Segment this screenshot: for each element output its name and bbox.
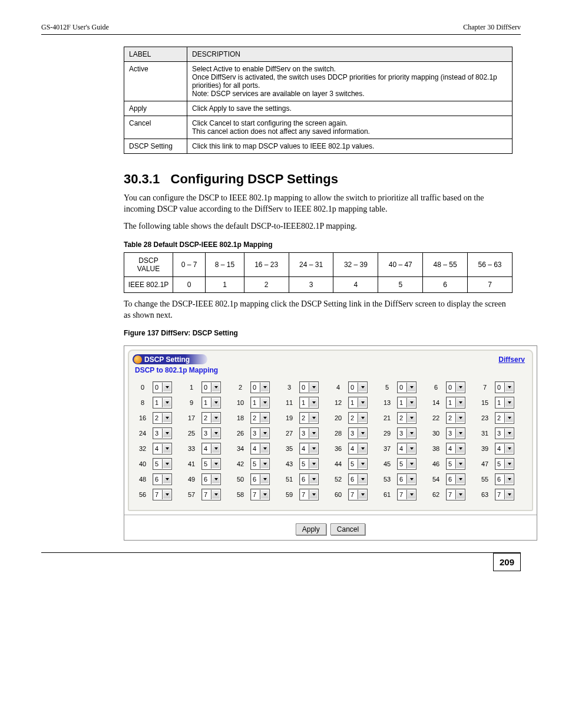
chevron-down-icon[interactable] [309,413,318,423]
chevron-down-icon[interactable] [406,490,416,499]
priority-dropdown[interactable]: 4 [348,443,368,454]
priority-dropdown[interactable]: 0 [153,381,172,393]
chevron-down-icon[interactable] [260,429,269,438]
priority-dropdown[interactable]: 3 [446,427,465,439]
priority-dropdown[interactable]: 1 [348,397,368,409]
chevron-down-icon[interactable] [406,429,416,438]
priority-dropdown[interactable]: 2 [446,412,465,424]
chevron-down-icon[interactable] [504,444,514,453]
priority-dropdown[interactable]: 3 [348,427,368,439]
priority-dropdown[interactable]: 2 [397,412,416,424]
chevron-down-icon[interactable] [406,413,416,423]
chevron-down-icon[interactable] [406,475,416,484]
diffserv-link[interactable]: Diffserv [498,355,525,364]
chevron-down-icon[interactable] [504,429,514,438]
chevron-down-icon[interactable] [358,490,367,499]
priority-dropdown[interactable]: 5 [250,458,270,470]
chevron-down-icon[interactable] [211,475,220,484]
priority-dropdown[interactable]: 5 [495,458,514,470]
priority-dropdown[interactable]: 1 [446,397,465,409]
priority-dropdown[interactable]: 6 [201,473,221,485]
priority-dropdown[interactable]: 5 [153,458,172,470]
chevron-down-icon[interactable] [406,383,416,392]
chevron-down-icon[interactable] [455,413,465,423]
chevron-down-icon[interactable] [309,429,318,438]
chevron-down-icon[interactable] [211,413,220,423]
priority-dropdown[interactable]: 4 [397,443,416,454]
chevron-down-icon[interactable] [260,490,269,499]
chevron-down-icon[interactable] [260,459,269,469]
priority-dropdown[interactable]: 2 [153,412,172,424]
priority-dropdown[interactable]: 4 [250,443,270,454]
chevron-down-icon[interactable] [309,459,318,469]
priority-dropdown[interactable]: 5 [201,458,221,470]
chevron-down-icon[interactable] [406,444,416,453]
priority-dropdown[interactable]: 1 [153,397,172,409]
chevron-down-icon[interactable] [358,444,367,453]
chevron-down-icon[interactable] [358,459,367,469]
chevron-down-icon[interactable] [162,490,171,499]
priority-dropdown[interactable]: 4 [495,443,514,454]
priority-dropdown[interactable]: 6 [446,473,465,485]
chevron-down-icon[interactable] [455,490,465,499]
priority-dropdown[interactable]: 5 [397,458,416,470]
chevron-down-icon[interactable] [260,475,269,484]
chevron-down-icon[interactable] [455,429,465,438]
chevron-down-icon[interactable] [162,413,171,423]
priority-dropdown[interactable]: 1 [495,397,514,409]
priority-dropdown[interactable]: 2 [348,412,368,424]
priority-dropdown[interactable]: 5 [299,458,319,470]
chevron-down-icon[interactable] [162,444,171,453]
priority-dropdown[interactable]: 1 [299,397,319,409]
chevron-down-icon[interactable] [358,429,367,438]
priority-dropdown[interactable]: 3 [153,427,172,439]
priority-dropdown[interactable]: 1 [397,397,416,409]
chevron-down-icon[interactable] [406,398,416,407]
priority-dropdown[interactable]: 6 [495,473,514,485]
priority-dropdown[interactable]: 6 [153,473,172,485]
priority-dropdown[interactable]: 1 [201,397,221,409]
chevron-down-icon[interactable] [309,490,318,499]
chevron-down-icon[interactable] [309,444,318,453]
chevron-down-icon[interactable] [455,444,465,453]
chevron-down-icon[interactable] [162,383,171,392]
chevron-down-icon[interactable] [260,383,269,392]
chevron-down-icon[interactable] [211,429,220,438]
chevron-down-icon[interactable] [358,383,367,392]
priority-dropdown[interactable]: 0 [446,381,465,393]
priority-dropdown[interactable]: 6 [348,473,368,485]
priority-dropdown[interactable]: 3 [397,427,416,439]
priority-dropdown[interactable]: 2 [250,412,270,424]
chevron-down-icon[interactable] [455,475,465,484]
priority-dropdown[interactable]: 2 [299,412,319,424]
priority-dropdown[interactable]: 5 [348,458,368,470]
priority-dropdown[interactable]: 2 [201,412,221,424]
chevron-down-icon[interactable] [358,398,367,407]
chevron-down-icon[interactable] [309,383,318,392]
chevron-down-icon[interactable] [455,459,465,469]
priority-dropdown[interactable]: 4 [446,443,465,454]
priority-dropdown[interactable]: 0 [495,381,514,393]
priority-dropdown[interactable]: 6 [299,473,319,485]
priority-dropdown[interactable]: 3 [299,427,319,439]
chevron-down-icon[interactable] [455,383,465,392]
chevron-down-icon[interactable] [260,444,269,453]
priority-dropdown[interactable]: 7 [153,489,172,500]
chevron-down-icon[interactable] [260,398,269,407]
chevron-down-icon[interactable] [504,490,514,499]
chevron-down-icon[interactable] [162,475,171,484]
priority-dropdown[interactable]: 7 [201,489,221,500]
chevron-down-icon[interactable] [260,413,269,423]
chevron-down-icon[interactable] [309,398,318,407]
priority-dropdown[interactable]: 7 [446,489,465,500]
priority-dropdown[interactable]: 0 [299,381,319,393]
priority-dropdown[interactable]: 7 [250,489,270,500]
priority-dropdown[interactable]: 4 [201,443,221,454]
chevron-down-icon[interactable] [162,459,171,469]
chevron-down-icon[interactable] [211,490,220,499]
priority-dropdown[interactable]: 7 [495,489,514,500]
chevron-down-icon[interactable] [162,398,171,407]
chevron-down-icon[interactable] [211,459,220,469]
chevron-down-icon[interactable] [504,413,514,423]
priority-dropdown[interactable]: 6 [397,473,416,485]
